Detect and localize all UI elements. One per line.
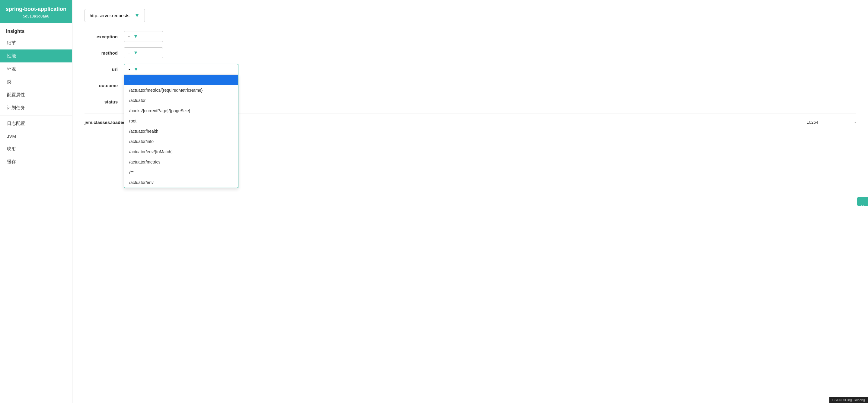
uri-option-actuator-info[interactable]: /actuator/info [124, 136, 238, 146]
sidebar-item-environment[interactable]: 环境 [0, 62, 72, 75]
sidebar-item-scheduled[interactable]: 计划任务 [0, 101, 72, 114]
method-label: method [85, 51, 124, 56]
uri-option-actuator[interactable]: /actuator [124, 95, 238, 106]
filter-section: exception - ▼ method - ▼ uri - ▼ [85, 31, 856, 107]
sidebar-item-config[interactable]: 配置属性 [0, 89, 72, 101]
uri-option-actuator-env-tomatch[interactable]: /actuator/env/{toMatch} [124, 146, 238, 157]
jvm-dash: - [855, 120, 856, 125]
app-id: 5d310a3d0ae6 [4, 13, 68, 19]
insights-section-label: Insights [0, 23, 72, 36]
sidebar: spring-boot-application 5d310a3d0ae6 Ins… [0, 0, 72, 403]
outcome-label: outcome [85, 83, 124, 88]
sidebar-item-logconfig[interactable]: 日志配置 [0, 117, 72, 130]
metric-selector[interactable]: http.server.requests ▼ [85, 9, 145, 22]
uri-value: - [129, 67, 130, 72]
uri-option-actuator-metrics-name[interactable]: /actuator/metrics/{requiredMetricName} [124, 85, 238, 95]
uri-option-root[interactable]: root [124, 116, 238, 126]
uri-option-actuator-health[interactable]: /actuator/health [124, 126, 238, 136]
sidebar-item-performance[interactable]: 性能 [0, 49, 72, 62]
float-button[interactable]: 沪 [857, 197, 868, 206]
jvm-classes-value: 10264 [806, 120, 818, 125]
footer-text: CSDN ©Ding Jiaxiong [832, 398, 865, 402]
status-label: status [85, 99, 124, 104]
page-footer: CSDN ©Ding Jiaxiong [829, 397, 868, 403]
exception-chevron-icon: ▼ [133, 34, 138, 39]
sidebar-header: spring-boot-application 5d310a3d0ae6 [0, 0, 72, 23]
method-value: - [128, 51, 130, 55]
main-content: http.server.requests ▼ exception - ▼ met… [72, 0, 868, 403]
metric-selector-chevron-icon: ▼ [134, 12, 140, 19]
uri-dropdown: - /actuator/metrics/{requiredMetricName}… [124, 74, 239, 188]
uri-option-dash[interactable]: - [124, 75, 238, 85]
method-chevron-icon: ▼ [133, 50, 138, 56]
app-name: spring-boot-application [4, 5, 68, 13]
uri-option-double-star[interactable]: /** [124, 167, 238, 177]
sidebar-item-cache[interactable]: 缓存 [0, 155, 72, 168]
sidebar-item-mapping[interactable]: 映射 [0, 142, 72, 155]
uri-filter-row: uri - ▼ - /actuator/metrics/{requiredMet… [85, 64, 856, 74]
exception-value: - [128, 34, 130, 39]
method-filter-row: method - ▼ [85, 47, 856, 58]
sidebar-item-classes[interactable]: 类 [0, 75, 72, 89]
uri-label: uri [85, 67, 124, 72]
uri-select[interactable]: - ▼ [124, 64, 239, 74]
method-select[interactable]: - ▼ [124, 47, 163, 58]
sidebar-item-details[interactable]: 细节 [0, 36, 72, 49]
exception-select[interactable]: - ▼ [124, 31, 163, 42]
exception-label: exception [85, 34, 124, 39]
metric-selector-value: http.server.requests [90, 13, 129, 18]
uri-chevron-icon: ▼ [134, 67, 138, 72]
uri-option-books[interactable]: /books/{currentPage}/{pageSize} [124, 106, 238, 116]
exception-filter-row: exception - ▼ [85, 31, 856, 42]
sidebar-divider [0, 115, 72, 116]
sidebar-item-jvm[interactable]: JVM [0, 130, 72, 142]
uri-option-actuator-metrics[interactable]: /actuator/metrics [124, 157, 238, 167]
uri-option-actuator-env[interactable]: /actuator/env [124, 177, 238, 188]
